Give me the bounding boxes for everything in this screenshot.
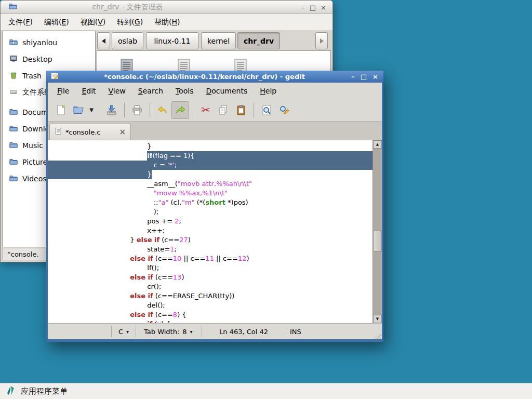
- scroll-up-button[interactable]: ▲: [373, 140, 382, 149]
- tab-label: *console.c: [65, 128, 100, 136]
- gedit-window: *console.c (~/oslab/linux-0.11/kernel/ch…: [46, 71, 383, 342]
- tab-close-icon[interactable]: ×: [119, 127, 126, 137]
- menu-documents[interactable]: Documents: [200, 84, 254, 98]
- gedit-window-title: *console.c (~/oslab/linux-0.11/kernel/ch…: [62, 73, 347, 81]
- find-icon: [260, 104, 273, 116]
- fm-close-button[interactable]: ×: [321, 4, 326, 11]
- sidebar-item-home[interactable]: shiyanlou: [3, 34, 95, 51]
- copy-button[interactable]: [215, 101, 232, 119]
- code-line[interactable]: }: [48, 142, 373, 151]
- undo-button[interactable]: [154, 101, 171, 119]
- sidebar-item-label: Desktop: [22, 55, 52, 63]
- fm-menu-go[interactable]: 转到(G): [111, 15, 149, 30]
- scrollbar-thumb[interactable]: [373, 231, 382, 251]
- app-menu-button[interactable]: 应用程序菜单: [21, 387, 68, 396]
- print-button[interactable]: [128, 101, 146, 119]
- statusbar-separator: [202, 326, 202, 337]
- fm-status-text: “console.: [7, 250, 39, 258]
- resize-grip[interactable]: [374, 331, 381, 339]
- gedit-app-icon: [50, 72, 59, 82]
- code-line[interactable]: pos += 2;: [48, 217, 373, 226]
- menu-edit[interactable]: Edit: [75, 84, 102, 98]
- tab-console.c[interactable]: *console.c ×: [49, 124, 131, 140]
- paste-button[interactable]: [232, 101, 250, 119]
- app-menu-icon: [5, 385, 16, 397]
- fm-menu-help[interactable]: 帮助(H): [149, 15, 185, 30]
- paste-clipboard-icon: [235, 104, 247, 116]
- folder-window-icon: [9, 2, 17, 12]
- code-line[interactable]: if (x) {: [48, 320, 373, 323]
- code-line[interactable]: else if (c==10 || c==11 || c==12): [48, 254, 373, 263]
- folder-icon: [9, 108, 18, 117]
- open-button[interactable]: [70, 101, 87, 119]
- gedit-minimize-button[interactable]: –: [351, 73, 355, 81]
- menu-search[interactable]: Search: [132, 84, 169, 98]
- find-replace-button[interactable]: [275, 101, 293, 119]
- breadcrumb-oslab[interactable]: oslab: [112, 32, 143, 49]
- save-button[interactable]: [103, 101, 121, 119]
- desktop-icon: [9, 55, 18, 64]
- code-line[interactable]: cr();: [48, 282, 373, 291]
- toolbar-separator: [254, 103, 254, 117]
- fm-titlebar[interactable]: chr_drv - 文件管理器 – □ ×: [1, 1, 332, 14]
- new-document-button[interactable]: [52, 101, 70, 119]
- breadcrumb-kernel[interactable]: kernel: [201, 32, 236, 49]
- gedit-titlebar[interactable]: *console.c (~/oslab/linux-0.11/kernel/ch…: [46, 71, 383, 83]
- fm-menu-edit[interactable]: 编辑(E): [38, 15, 75, 30]
- drive-icon: [9, 88, 18, 98]
- print-icon: [131, 104, 143, 116]
- back-arrow-icon: [99, 38, 105, 44]
- fm-pathbar: oslab linux-0.11 kernel chr_drv: [97, 31, 331, 50]
- code-line[interactable]: else if (c==13): [48, 273, 373, 282]
- open-folder-icon: [72, 104, 85, 116]
- menu-tools[interactable]: Tools: [169, 84, 200, 98]
- cursor-position: Ln 463, Col 42: [219, 324, 268, 339]
- fm-minimize-button[interactable]: –: [301, 4, 305, 11]
- code-line[interactable]: }: [48, 170, 373, 179]
- code-line[interactable]: else if (c==8) {: [48, 310, 373, 320]
- code-line[interactable]: c = '*';: [48, 161, 373, 170]
- fm-maximize-button[interactable]: □: [310, 4, 316, 11]
- language-selector[interactable]: C ▾: [118, 324, 129, 339]
- open-dropdown-button[interactable]: ▼: [87, 101, 96, 119]
- text-editor[interactable]: lf(); } if(flag == 1){ c = '*'; } __asm_…: [48, 140, 373, 323]
- code-line[interactable]: "movw %%ax,%1\n\t": [48, 189, 373, 198]
- code-line[interactable]: else if (c==ERASE_CHAR(tty)): [48, 291, 373, 301]
- forward-button[interactable]: [315, 32, 328, 49]
- code-line[interactable]: } else if (c==27): [48, 235, 373, 245]
- menu-help[interactable]: Help: [254, 84, 283, 98]
- back-button[interactable]: [97, 32, 110, 49]
- gedit-toolbar: ▼ ✂: [48, 99, 382, 122]
- folder-icon: [9, 141, 18, 151]
- cut-button[interactable]: ✂: [197, 101, 215, 119]
- sidebar-item-desktop[interactable]: Desktop: [3, 51, 95, 68]
- breadcrumb-linux-0.11[interactable]: linux-0.11: [146, 32, 198, 49]
- cut-scissors-icon: ✂: [201, 104, 210, 116]
- code-line[interactable]: x++;: [48, 226, 373, 235]
- redo-button[interactable]: [171, 101, 189, 119]
- breadcrumb-chr_drv[interactable]: chr_drv: [237, 32, 280, 49]
- scroll-down-button[interactable]: ▼: [373, 315, 382, 323]
- menu-view[interactable]: View: [102, 84, 132, 98]
- code-line[interactable]: ::"a" (c),"m" (*(short *)pos): [48, 198, 373, 207]
- code-line[interactable]: __asm__("movb attr,%%ah\n\t": [48, 179, 373, 189]
- vertical-scrollbar[interactable]: ▲ ▼: [373, 140, 382, 323]
- code-line[interactable]: state=1;: [48, 245, 373, 254]
- fm-menu-file[interactable]: 文件(F): [3, 15, 38, 30]
- gedit-close-button[interactable]: ×: [373, 73, 378, 81]
- tab-width-selector[interactable]: Tab Width: 8 ▾: [144, 324, 193, 339]
- code-line[interactable]: del();: [48, 301, 373, 310]
- fm-menu-view[interactable]: 视图(V): [75, 15, 112, 30]
- chevron-down-icon: ▾: [190, 329, 193, 335]
- gedit-maximize-button[interactable]: □: [361, 73, 367, 81]
- save-icon: [105, 104, 118, 116]
- fm-window-title: chr_drv - 文件管理器: [21, 3, 234, 12]
- sidebar-item-label: shiyanlou: [22, 38, 57, 47]
- code-line[interactable]: );: [48, 207, 373, 217]
- menu-file[interactable]: File: [51, 84, 75, 98]
- find-button[interactable]: [258, 101, 275, 119]
- new-document-icon: [55, 104, 67, 116]
- gedit-statusbar: C ▾ Tab Width: 8 ▾ Ln 463, Col 42 INS: [48, 323, 382, 339]
- code-line[interactable]: if(flag == 1){: [48, 151, 373, 161]
- code-line[interactable]: lf();: [48, 263, 373, 273]
